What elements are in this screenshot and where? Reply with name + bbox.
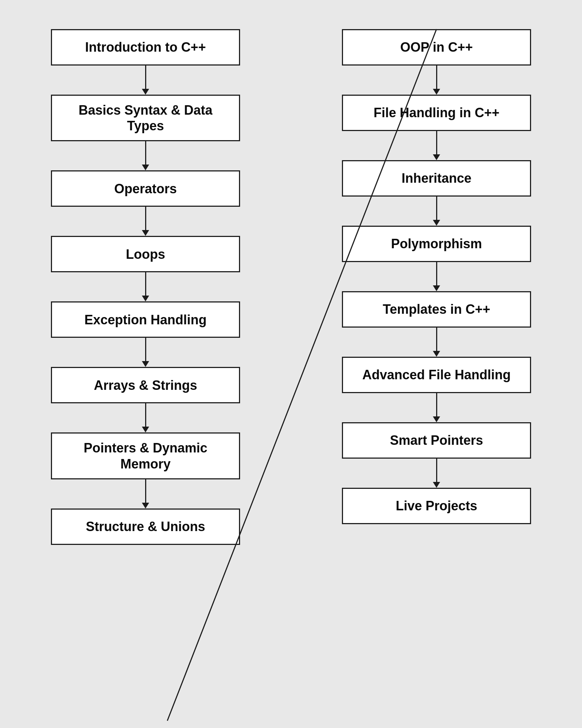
node-label-operators: Operators	[114, 181, 177, 197]
arrow-line	[436, 328, 437, 351]
node-structures: Structure & Unions	[51, 509, 240, 545]
arrow-inheritance	[342, 197, 531, 226]
node-live-projects: Live Projects	[342, 488, 531, 524]
arrow-head	[433, 416, 440, 422]
node-label-templates: Templates in C++	[383, 301, 490, 317]
arrow-head	[142, 230, 149, 236]
arrow-head	[142, 296, 149, 301]
node-oop: OOP in C++	[342, 29, 531, 66]
arrow-operators	[51, 207, 240, 236]
arrow-head	[433, 220, 440, 226]
arrow-line	[145, 141, 146, 165]
arrow-line	[145, 479, 146, 503]
node-label-polymorphism: Polymorphism	[391, 236, 482, 252]
arrow-head	[142, 165, 149, 170]
node-label-inheritance: Inheritance	[402, 170, 471, 186]
arrow-head	[433, 482, 440, 488]
node-inheritance: Inheritance	[342, 160, 531, 197]
arrow-polymorphism	[342, 262, 531, 291]
arrow-head	[142, 361, 149, 367]
left-column: Introduction to C++Basics Syntax & Data …	[0, 0, 291, 728]
arrow-line	[436, 197, 437, 220]
arrow-loops	[51, 272, 240, 301]
node-label-advanced-file: Advanced File Handling	[362, 367, 511, 383]
node-intro: Introduction to C++	[51, 29, 240, 66]
arrow-head	[433, 89, 440, 95]
node-label-exception: Exception Handling	[84, 312, 207, 328]
node-smart-pointers: Smart Pointers	[342, 422, 531, 459]
node-label-structures: Structure & Unions	[86, 519, 205, 534]
arrow-file-handling	[342, 131, 531, 160]
arrow-head	[433, 351, 440, 357]
arrow-head	[433, 285, 440, 291]
arrow-line	[145, 66, 146, 89]
node-loops: Loops	[51, 236, 240, 272]
arrow-arrays	[51, 403, 240, 432]
arrow-line	[436, 66, 437, 89]
arrow-exception	[51, 338, 240, 367]
node-label-pointers: Pointers & Dynamic Memory	[61, 440, 230, 471]
arrow-line	[436, 393, 437, 416]
arrow-line	[145, 272, 146, 296]
arrow-oop	[342, 66, 531, 95]
arrow-line	[145, 403, 146, 427]
arrow-intro	[51, 66, 240, 95]
node-label-oop: OOP in C++	[400, 39, 473, 55]
arrow-line	[145, 207, 146, 230]
arrow-line	[436, 131, 437, 154]
node-label-arrays: Arrays & Strings	[94, 377, 197, 393]
arrow-line	[436, 262, 437, 285]
arrow-head	[433, 154, 440, 160]
node-exception: Exception Handling	[51, 301, 240, 338]
diagram-container: Introduction to C++Basics Syntax & Data …	[0, 0, 582, 728]
right-column: OOP in C++File Handling in C++Inheritanc…	[291, 0, 582, 728]
node-label-intro: Introduction to C++	[85, 39, 206, 55]
arrow-line	[436, 459, 437, 482]
arrow-head	[142, 89, 149, 95]
node-templates: Templates in C++	[342, 291, 531, 328]
arrow-advanced-file	[342, 393, 531, 422]
node-label-live-projects: Live Projects	[396, 498, 477, 514]
node-basics: Basics Syntax & Data Types	[51, 95, 240, 141]
node-operators: Operators	[51, 170, 240, 207]
node-arrays: Arrays & Strings	[51, 367, 240, 403]
node-label-basics: Basics Syntax & Data Types	[61, 102, 230, 134]
node-label-smart-pointers: Smart Pointers	[390, 432, 483, 448]
node-label-loops: Loops	[126, 246, 165, 262]
node-polymorphism: Polymorphism	[342, 226, 531, 262]
node-file-handling: File Handling in C++	[342, 95, 531, 131]
arrow-smart-pointers	[342, 459, 531, 488]
node-advanced-file: Advanced File Handling	[342, 357, 531, 393]
arrow-line	[145, 338, 146, 361]
arrow-head	[142, 503, 149, 509]
arrow-pointers	[51, 479, 240, 509]
arrow-head	[142, 427, 149, 432]
arrow-basics	[51, 141, 240, 170]
node-label-file-handling: File Handling in C++	[374, 105, 499, 120]
node-pointers: Pointers & Dynamic Memory	[51, 432, 240, 479]
arrow-templates	[342, 328, 531, 357]
